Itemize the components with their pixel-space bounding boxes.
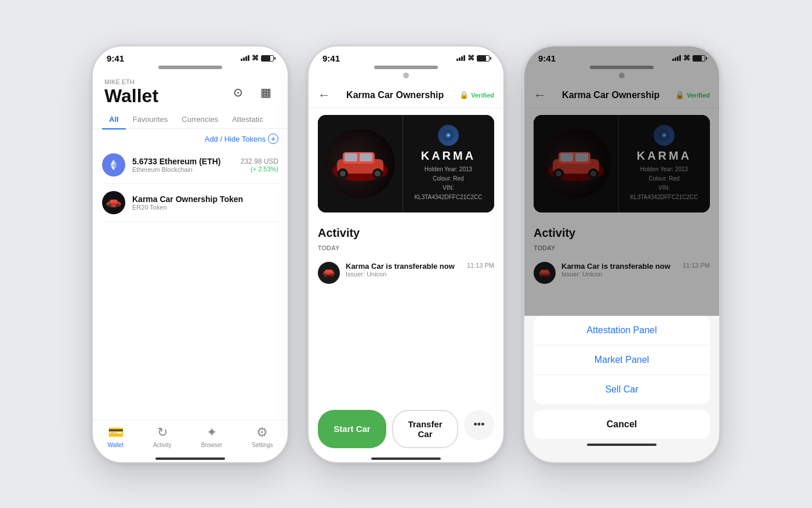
svg-rect-8 <box>110 200 118 203</box>
activity-item-2: Karma Car is transferable now Issuer: Un… <box>318 257 494 289</box>
eth-value: 232.98 USD (+ 2.53%) <box>241 157 278 172</box>
settings-nav-icon: ⚙ <box>256 425 268 440</box>
svg-point-12 <box>117 205 119 207</box>
wifi-icon: ⌘ <box>252 54 259 62</box>
wallet-tabs: All Favourites Currencies Attestatic <box>93 110 288 129</box>
eth-change: (+ 2.53%) <box>241 165 278 172</box>
page-title-2: Karma Car Ownership <box>331 90 459 100</box>
svg-point-10 <box>109 205 111 207</box>
car-name: Karma Car Ownership Token <box>132 194 278 204</box>
phone-wallet: 9:41 ⌘ <box>92 45 289 463</box>
back-button-2[interactable]: ← <box>318 88 331 103</box>
add-tokens-row: Add / Hide Tokens + <box>93 129 288 146</box>
status-icons-2: ⌘ <box>456 54 490 62</box>
tab-all[interactable]: All <box>102 110 126 129</box>
tab-favourites[interactable]: Favourites <box>126 110 175 129</box>
sell-car-button[interactable]: Sell Car <box>534 375 710 404</box>
status-bar-1: 9:41 ⌘ <box>93 46 288 66</box>
nav-settings[interactable]: ⚙ Settings <box>252 425 273 448</box>
activity-time: 11:13 PM <box>467 262 494 269</box>
token-list: 5.6733 Ethereum (ETH) Ethereum Blockchai… <box>93 146 288 420</box>
eth-name: 5.6733 Ethereum (ETH) <box>132 157 234 166</box>
wallet-user: MIKE.ETH <box>104 78 158 85</box>
page-header-2: ← Karma Car Ownership 🔒 Verified <box>309 83 503 108</box>
more-options-button[interactable]: ••• <box>464 410 494 440</box>
wallet-nav-icon: 💳 <box>108 425 124 440</box>
activity-info: Karma Car is transferable now Issuer: Un… <box>346 262 461 278</box>
home-indicator-3 <box>587 444 657 446</box>
card-divider <box>403 115 403 212</box>
token-item-eth[interactable]: 5.6733 Ethereum (ETH) Ethereum Blockchai… <box>102 146 278 184</box>
status-icons-1: ⌘ <box>241 54 274 62</box>
notch-bar-2 <box>374 66 438 69</box>
car-details: Holden Year: 2013 Colour: Red VIN: KL3TA… <box>409 165 487 202</box>
today-label-2: TODAY <box>318 244 494 251</box>
car-token-icon <box>102 191 125 214</box>
wallet-icons: ⊙ ▦ <box>227 82 276 103</box>
svg-rect-28 <box>325 269 333 272</box>
tab-attestatic[interactable]: Attestatic <box>225 110 270 129</box>
start-car-button[interactable]: Start Car <box>318 410 386 448</box>
status-bar-2: 9:41 ⌘ <box>309 46 503 66</box>
svg-point-25 <box>448 135 449 136</box>
signal-icon-2 <box>456 55 465 61</box>
notch-dot-2 <box>403 73 409 78</box>
activity-title-2: Activity <box>318 226 494 240</box>
token-item-car[interactable]: Karma Car Ownership Token ER20 Token <box>102 184 278 222</box>
signal-icon <box>241 55 249 61</box>
bottom-nav: 💳 Wallet ↻ Activity ✦ Browser ⚙ Settings <box>93 420 288 457</box>
verified-badge-2: 🔒 Verified <box>459 91 494 99</box>
home-indicator-2 <box>371 457 441 460</box>
svg-point-21 <box>375 171 380 176</box>
svg-rect-17 <box>360 153 372 161</box>
activity-sub: Issuer: Unicon <box>346 271 461 278</box>
cancel-group: Cancel <box>534 410 710 439</box>
notch-bar-1 <box>158 66 222 69</box>
market-panel-button[interactable]: Market Panel <box>534 345 710 375</box>
attestation-panel-button[interactable]: Attestation Panel <box>534 316 710 345</box>
eth-usd: 232.98 USD <box>241 157 278 165</box>
nav-settings-label: Settings <box>252 442 273 448</box>
svg-point-30 <box>325 275 327 276</box>
time-1: 9:41 <box>107 53 124 63</box>
phone-karma: 9:41 ⌘ <box>307 45 505 463</box>
tab-currencies[interactable]: Currencies <box>175 110 225 129</box>
svg-point-32 <box>332 275 334 276</box>
nav-wallet-label: Wallet <box>108 442 124 448</box>
car-card-right: KARMA Holden Year: 2013 Colour: Red VIN:… <box>403 115 494 212</box>
phone-action: 9:41 ⌘ <box>523 45 720 463</box>
nav-activity-label: Activity <box>153 442 172 448</box>
verified-text-2: Verified <box>471 92 494 99</box>
transfer-car-button[interactable]: Transfer Car <box>392 410 458 448</box>
add-tokens-label: Add / Hide Tokens <box>205 135 266 143</box>
nav-browser-label: Browser <box>201 442 223 448</box>
qr-icon[interactable]: ▦ <box>255 82 276 103</box>
svg-point-19 <box>340 171 346 176</box>
cancel-button[interactable]: Cancel <box>534 410 710 439</box>
car-circle <box>325 129 395 199</box>
activity-section-2: Activity TODAY <box>309 219 503 289</box>
nav-browser[interactable]: ✦ Browser <box>201 425 223 448</box>
action-sheet: Attestation Panel Market Panel Sell Car … <box>524 316 719 462</box>
eth-sub: Ethereum Blockchain <box>132 166 234 173</box>
battery-icon <box>261 55 274 62</box>
add-tokens-button[interactable]: Add / Hide Tokens + <box>205 134 278 144</box>
karma-logo-text: KARMA <box>421 149 476 163</box>
lock-icon-2: 🔒 <box>459 91 469 99</box>
home-indicator-1 <box>155 457 225 460</box>
activity-nav-icon: ↻ <box>157 425 168 440</box>
eth-info: 5.6733 Ethereum (ETH) Ethereum Blockchai… <box>132 157 234 173</box>
user-info: MIKE.ETH Wallet <box>104 78 158 107</box>
car-image-left <box>318 115 403 212</box>
car-info: Karma Car Ownership Token ER20 Token <box>132 194 278 211</box>
eth-icon <box>102 153 125 176</box>
wallet-title: Wallet <box>104 85 158 107</box>
browser-nav-icon: ✦ <box>206 425 217 440</box>
scan-icon[interactable]: ⊙ <box>227 82 248 103</box>
wallet-header: MIKE.ETH Wallet ⊙ ▦ <box>93 73 288 110</box>
time-2: 9:41 <box>322 53 340 63</box>
nav-activity[interactable]: ↻ Activity <box>153 425 172 448</box>
nav-wallet[interactable]: 💳 Wallet <box>108 425 124 448</box>
car-sub: ER20 Token <box>132 204 278 211</box>
add-plus-icon: + <box>268 134 278 144</box>
